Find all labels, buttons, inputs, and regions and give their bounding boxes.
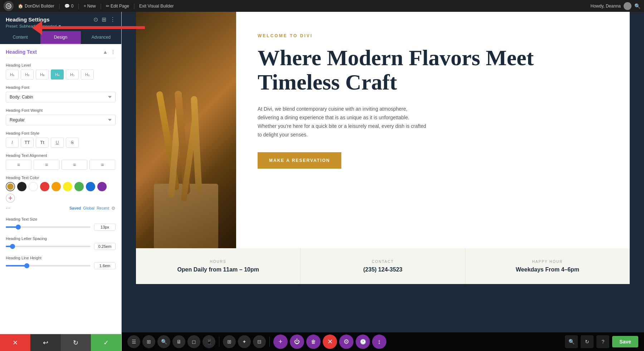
section-collapse-icon[interactable]: ▲ bbox=[103, 49, 108, 55]
color-swatch-blue[interactable] bbox=[86, 182, 95, 191]
heading-text-size-slider-row bbox=[6, 223, 116, 231]
hero-description: At Divi, we blend contemporary cuisine w… bbox=[258, 105, 429, 139]
info-hours-value: Open Daily from 11am – 10pm bbox=[177, 266, 259, 273]
toolbar-help-btn[interactable]: ? bbox=[596, 335, 609, 348]
color-swatch-green[interactable] bbox=[74, 182, 84, 191]
text-align-buttons: ≡ ≡ ≡ ≡ bbox=[6, 160, 116, 170]
cancel-icon: ✕ bbox=[13, 339, 18, 347]
toolbar-settings-btn[interactable]: ⚙ bbox=[339, 335, 353, 349]
admin-bar-edit-page[interactable]: ✏ Edit Page bbox=[106, 4, 129, 9]
heading-text-size-track[interactable] bbox=[6, 226, 91, 228]
color-swatch-gold[interactable] bbox=[6, 182, 15, 191]
heading-font-select[interactable]: Body: Cabin bbox=[6, 92, 116, 102]
toolbar-layout-1[interactable]: ⊞ bbox=[223, 335, 236, 348]
main-content-area: WELCOME TO DIVI Where Modern Flavors Mee… bbox=[122, 12, 644, 351]
heading-letter-spacing-input[interactable] bbox=[94, 243, 116, 250]
heading-level-h6[interactable]: H₆ bbox=[81, 69, 94, 80]
heading-font-style-label: Heading Font Style bbox=[6, 131, 116, 135]
admin-bar-comments[interactable]: 💬 0 bbox=[64, 4, 74, 9]
info-bar: HOURS Open Daily from 11am – 10pm CONTAC… bbox=[136, 248, 630, 284]
section-heading-title: Heading Text bbox=[6, 49, 37, 55]
toolbar-layout-2[interactable]: ✦ bbox=[238, 335, 251, 348]
heading-text-size-row: Heading Text Size bbox=[6, 217, 116, 231]
color-swatch-orange[interactable] bbox=[52, 182, 61, 191]
heading-font-weight-select[interactable]: Regular bbox=[6, 115, 116, 125]
toolbar-mobile-btn[interactable]: 📱 bbox=[203, 335, 215, 348]
color-tab-global[interactable]: Global bbox=[83, 206, 94, 210]
text-align-center[interactable]: ≡ bbox=[34, 160, 59, 170]
heading-text-size-input[interactable] bbox=[94, 223, 116, 231]
save-button[interactable]: Save bbox=[612, 336, 638, 347]
admin-bar-exit-builder[interactable]: Exit Visual Builder bbox=[139, 4, 174, 9]
heading-line-height-track[interactable] bbox=[6, 265, 91, 266]
color-swatch-custom[interactable] bbox=[6, 193, 15, 203]
hero-title: Where Modern Flavors Meet Timeless Craft bbox=[258, 45, 608, 94]
font-style-bold-italic[interactable]: Tt bbox=[36, 138, 49, 148]
color-tab-recent[interactable]: Recent bbox=[97, 206, 109, 210]
admin-avatar[interactable] bbox=[624, 2, 631, 10]
toolbar-power-btn[interactable]: ⏻ bbox=[290, 335, 304, 349]
color-swatch-white[interactable] bbox=[29, 182, 38, 191]
font-style-italic[interactable]: I bbox=[6, 138, 19, 148]
color-swatch-purple[interactable] bbox=[97, 182, 107, 191]
heading-text-alignment-row: Heading Text Alignment ≡ ≡ ≡ ≡ bbox=[6, 153, 116, 170]
toolbar-sort-btn[interactable]: ↕ bbox=[372, 335, 386, 349]
color-settings-icon[interactable]: ⚙ bbox=[111, 206, 116, 211]
info-hours-label: HOURS bbox=[210, 260, 226, 264]
heading-level-h5[interactable]: H₅ bbox=[66, 69, 79, 80]
heading-line-height-input[interactable] bbox=[94, 262, 116, 269]
heading-text-color-label: Heading Text Color bbox=[6, 176, 116, 180]
text-align-left[interactable]: ≡ bbox=[6, 160, 31, 170]
panel-undo-button[interactable]: ↩ bbox=[30, 334, 61, 351]
font-style-strikethrough[interactable]: S bbox=[66, 138, 79, 148]
heading-level-h4[interactable]: H₄ bbox=[51, 69, 64, 80]
heading-level-h2[interactable]: H₂ bbox=[21, 69, 34, 80]
hero-cta-button[interactable]: MAKE A RESERVATION bbox=[258, 152, 341, 169]
font-style-buttons: I TT Tt U S bbox=[6, 138, 116, 148]
tab-design[interactable]: Design bbox=[40, 31, 81, 44]
font-style-bold[interactable]: TT bbox=[21, 138, 34, 148]
color-swatch-yellow[interactable] bbox=[63, 182, 72, 191]
toolbar-close-btn[interactable]: ✕ bbox=[323, 335, 337, 349]
toolbar-grid-btn[interactable]: ⊞ bbox=[142, 335, 155, 348]
section-more-icon[interactable]: ⋮ bbox=[111, 49, 116, 55]
info-happy-hour-label: HAPPY HOUR bbox=[532, 260, 563, 264]
color-palette-extra: ··· Saved Global Recent ⚙ bbox=[6, 205, 116, 211]
toolbar-tablet-btn[interactable]: ◻ bbox=[187, 335, 200, 348]
panel-redo-button[interactable]: ↻ bbox=[61, 334, 91, 351]
dark-side-right bbox=[630, 12, 644, 248]
color-swatch-black[interactable] bbox=[17, 182, 26, 191]
font-style-underline[interactable]: U bbox=[51, 138, 64, 148]
more-colors-icon[interactable]: ··· bbox=[6, 205, 10, 211]
admin-bar: W 🏠 DonDivi Builder | 💬 0 | + New | ✏ Ed… bbox=[0, 0, 644, 12]
tab-advanced[interactable]: Advanced bbox=[81, 31, 121, 44]
toolbar-view-controls: ☰ ⊞ 🔍 🖥 ◻ 📱 bbox=[127, 335, 215, 348]
panel-save-button[interactable]: ✓ bbox=[91, 334, 121, 351]
toolbar-add-btn[interactable]: + bbox=[273, 335, 288, 349]
toolbar-menu-btn[interactable]: ☰ bbox=[127, 335, 140, 348]
toolbar-search-btn[interactable]: 🔍 bbox=[157, 335, 170, 348]
panel-layout-icon[interactable]: ⊞ bbox=[102, 16, 106, 23]
red-arrow-head bbox=[32, 21, 42, 35]
toolbar-history-btn[interactable]: 🕐 bbox=[356, 335, 370, 349]
panel-more-icon[interactable]: ⋮ bbox=[110, 16, 116, 23]
admin-bar-site[interactable]: 🏠 DonDivi Builder bbox=[18, 4, 54, 9]
admin-bar-new[interactable]: + New bbox=[84, 4, 96, 9]
admin-search-icon[interactable]: 🔍 bbox=[634, 3, 640, 9]
panel-cancel-button[interactable]: ✕ bbox=[0, 334, 30, 351]
toolbar-delete-btn[interactable]: 🗑 bbox=[306, 335, 321, 349]
panel-focus-icon[interactable]: ⊙ bbox=[93, 16, 98, 23]
section-heading-icons: ▲ ⋮ bbox=[103, 49, 116, 55]
toolbar-layout-3[interactable]: ⊟ bbox=[253, 335, 266, 348]
heading-letter-spacing-track[interactable] bbox=[6, 246, 91, 247]
wp-logo[interactable]: W bbox=[4, 1, 14, 11]
toolbar-desktop-btn[interactable]: 🖥 bbox=[172, 335, 185, 348]
color-swatch-red[interactable] bbox=[40, 182, 49, 191]
heading-level-h1[interactable]: H₁ bbox=[6, 69, 19, 80]
heading-level-h3[interactable]: H₃ bbox=[36, 69, 49, 80]
toolbar-zoom-btn[interactable]: 🔍 bbox=[565, 335, 578, 348]
text-align-justify[interactable]: ≡ bbox=[89, 160, 115, 170]
text-align-right[interactable]: ≡ bbox=[62, 160, 87, 170]
color-tab-saved[interactable]: Saved bbox=[69, 206, 81, 210]
toolbar-refresh-btn[interactable]: ↻ bbox=[581, 335, 594, 348]
